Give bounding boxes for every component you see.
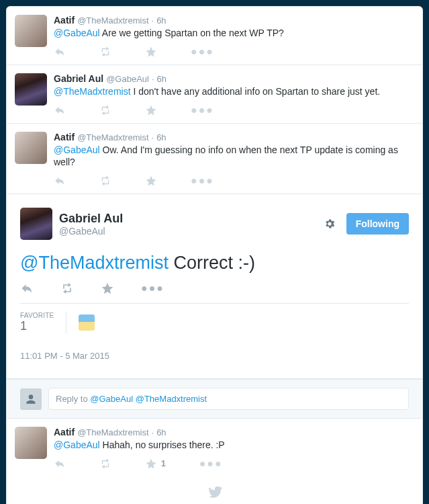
- dot-separator: ·: [152, 15, 154, 26]
- more-button[interactable]: ●●●: [191, 104, 214, 116]
- favoriter-avatar[interactable]: [79, 314, 95, 331]
- tweet-text: @GabeAul Hahah, no surprises there. :P: [54, 439, 414, 451]
- display-name[interactable]: Gabriel Aul: [59, 212, 123, 226]
- display-name[interactable]: Aatif: [54, 132, 75, 142]
- gear-icon[interactable]: [321, 215, 338, 233]
- tweet-text: @GabeAul Ow. And I'm guessing no info on…: [54, 144, 414, 168]
- main-tweet-text: @TheMadxtremist Correct :-): [20, 252, 409, 274]
- reply-button[interactable]: [20, 282, 34, 295]
- tweet-row[interactable]: Aatif @TheMadxtremist · 6h @GabeAul Haha…: [7, 419, 422, 476]
- mention-link[interactable]: @GabeAul: [54, 439, 100, 450]
- user-handle[interactable]: @TheMadxtremist: [77, 132, 148, 142]
- favorite-button[interactable]: [145, 175, 157, 187]
- more-button[interactable]: ●●●: [191, 46, 214, 58]
- favorite-button[interactable]: 1: [145, 458, 166, 470]
- mention-link[interactable]: @TheMadxtremist: [20, 253, 169, 273]
- tweet-row[interactable]: Gabriel Aul @GabeAul · 6h @TheMadxtremis…: [7, 65, 422, 124]
- tweet-row[interactable]: Aatif @TheMadxtremist · 6h @GabeAul Are …: [7, 7, 422, 65]
- reply-button[interactable]: [54, 104, 66, 116]
- retweet-button[interactable]: [99, 104, 111, 116]
- tweet-time[interactable]: 6h: [156, 427, 166, 437]
- display-name[interactable]: Aatif: [54, 15, 75, 26]
- user-handle[interactable]: @GabeAul: [59, 226, 123, 237]
- tweet-text: @TheMadxtremist I don't have any additio…: [54, 85, 414, 97]
- dot-separator: ·: [152, 427, 154, 437]
- reply-box: Reply to @GabeAul @TheMadxtremist: [7, 379, 422, 419]
- reply-input[interactable]: Reply to @GabeAul @TheMadxtremist: [48, 388, 409, 410]
- user-handle[interactable]: @TheMadxtremist: [77, 427, 148, 437]
- reply-button[interactable]: [54, 46, 66, 58]
- tweet-time[interactable]: 6h: [156, 132, 166, 142]
- retweet-button[interactable]: [99, 175, 111, 187]
- display-name[interactable]: Aatif: [54, 427, 75, 437]
- current-user-avatar[interactable]: [20, 388, 42, 410]
- favorite-button[interactable]: [145, 104, 157, 116]
- tweet-time[interactable]: 6h: [157, 74, 166, 84]
- follow-button[interactable]: Following: [346, 213, 409, 235]
- favorite-button[interactable]: [101, 282, 114, 295]
- tweet-timestamp[interactable]: 11:01 PM - 5 Mar 2015: [20, 341, 409, 373]
- twitter-logo-icon[interactable]: [7, 476, 422, 504]
- avatar[interactable]: [15, 132, 47, 164]
- favorite-stat[interactable]: FAVORITE 1: [20, 312, 66, 333]
- favorite-button[interactable]: [145, 46, 157, 58]
- user-handle[interactable]: @TheMadxtremist: [77, 15, 148, 26]
- user-handle[interactable]: @GabeAul: [106, 74, 149, 84]
- mention-link[interactable]: @TheMadxtremist: [54, 86, 131, 97]
- dot-separator: ·: [152, 74, 154, 84]
- retweet-button[interactable]: [99, 46, 111, 58]
- mention-link[interactable]: @GabeAul: [54, 144, 100, 155]
- retweet-button[interactable]: [99, 458, 111, 470]
- tweet-time[interactable]: 6h: [156, 15, 166, 26]
- avatar[interactable]: [20, 208, 52, 240]
- tweet-text: @GabeAul Are we getting Spartan on the n…: [54, 27, 414, 39]
- stats-row: FAVORITE 1: [20, 303, 409, 341]
- avatar[interactable]: [15, 73, 47, 106]
- more-button[interactable]: ●●●: [141, 282, 164, 294]
- avatar[interactable]: [15, 15, 47, 47]
- more-button[interactable]: ●●●: [199, 458, 223, 470]
- main-tweet: Gabriel Aul @GabeAul Following @TheMadxt…: [7, 194, 422, 379]
- tweet-row[interactable]: Aatif @TheMadxtremist · 6h @GabeAul Ow. …: [7, 124, 422, 194]
- dot-separator: ·: [152, 132, 154, 142]
- retweet-button[interactable]: [60, 282, 74, 295]
- more-button[interactable]: ●●●: [191, 175, 214, 187]
- avatar[interactable]: [15, 427, 47, 459]
- tweet-card: Aatif @TheMadxtremist · 6h @GabeAul Are …: [6, 6, 423, 504]
- reply-button[interactable]: [54, 175, 66, 187]
- mention-link[interactable]: @GabeAul: [54, 28, 100, 38]
- display-name[interactable]: Gabriel Aul: [54, 73, 103, 84]
- reply-button[interactable]: [54, 458, 66, 470]
